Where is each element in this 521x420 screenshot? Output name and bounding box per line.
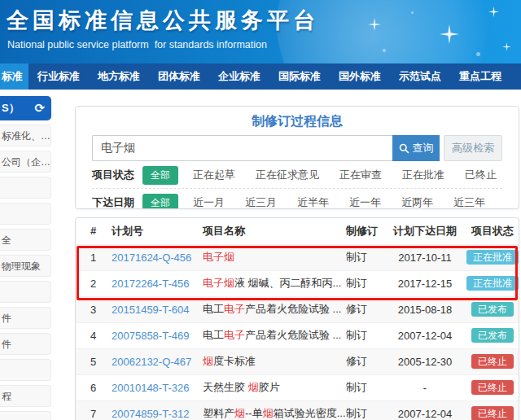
filter-option[interactable]: 正在起草 — [193, 168, 235, 182]
name-text: 箱试验光密度... — [274, 407, 346, 419]
table-row: 120171624-Q-456电子烟制订2017-10-11正在批准 — [76, 244, 519, 270]
row-index: 4 — [76, 322, 112, 348]
table-row: 220172264-T-456电子烟液 烟碱、丙二醇和丙...制订2017-12… — [76, 270, 519, 296]
nav-tab[interactable]: 企业标准 — [209, 63, 269, 90]
filter-section: 项目状态全部正在起草正在征求意见正在审查正在批准已终止下达日期全部近一月近三月近… — [76, 165, 519, 209]
column-header: 计划下达日期 — [385, 218, 465, 244]
plan-number-link[interactable]: 20151459-T-604 — [112, 304, 189, 316]
refresh-icon[interactable]: ⟳ — [34, 101, 45, 116]
site-header: 全国标准信息公共服务平台 National public service pla… — [0, 0, 521, 63]
row-index: 5 — [76, 348, 112, 374]
nav-tab[interactable]: 团体标准 — [149, 63, 209, 90]
dot-decoration — [383, 49, 386, 52]
nav-tab[interactable]: 行业标准 — [28, 63, 89, 90]
sidebar-item[interactable]: 物理现象 — [0, 255, 51, 277]
name-text: 胶片 — [259, 381, 280, 393]
results-table-panel: #计划号项目名称制修订计划下达日期项目状态 120171624-Q-456电子烟… — [75, 217, 519, 420]
sidebar-item[interactable] — [0, 177, 51, 199]
filter-option[interactable]: 近三月 — [245, 195, 277, 209]
row-index: 2 — [76, 270, 112, 296]
row-index: 3 — [76, 296, 112, 322]
name-text: 液 烟碱、丙二醇和丙... — [234, 277, 341, 289]
status-cell: 已终止 — [465, 400, 519, 420]
nav-tab[interactable]: 地方标准 — [89, 63, 149, 90]
revision-type-cell: 制订 — [346, 400, 385, 420]
project-name-cell: 电工电子产品着火危险试验 ... — [203, 296, 346, 322]
status-cell: 已终止 — [465, 348, 519, 374]
status-cell: 已发布 — [465, 296, 519, 322]
keyword-highlight: 烟 — [203, 355, 213, 367]
sidebar-header[interactable]: S） ⟳ — [0, 96, 51, 120]
table-body: 120171624-Q-456电子烟制订2017-10-11正在批准220172… — [76, 244, 519, 420]
filter-option[interactable]: 正在批准 — [402, 168, 444, 182]
advanced-search-button[interactable]: 高级检索 — [444, 135, 502, 161]
plan-number-link[interactable]: 20062132-Q-467 — [112, 356, 191, 368]
page: 全国标准信息公共服务平台 National public service pla… — [0, 0, 521, 420]
plan-number-link[interactable]: 20010148-T-326 — [112, 382, 189, 394]
nav-tab[interactable]: 示范试点 — [390, 63, 450, 90]
keyword-highlight: 烟 — [234, 407, 245, 419]
plan-number-cell: 20171624-Q-456 — [112, 244, 203, 270]
column-header: 项目状态 — [465, 218, 519, 244]
status-cell: 已发布 — [465, 322, 519, 348]
sidebar-item[interactable] — [0, 203, 51, 225]
sidebar-item[interactable]: 标准化、… — [0, 125, 51, 147]
status-badge: 已终止 — [471, 354, 514, 369]
plan-number-link[interactable]: 20171624-Q-456 — [112, 252, 191, 264]
revision-type-cell: 修订 — [346, 296, 385, 322]
plan-number-cell: 20172264-T-456 — [112, 270, 203, 296]
results-table: #计划号项目名称制修订计划下达日期项目状态 120171624-Q-456电子烟… — [76, 218, 519, 420]
sidebar-item[interactable] — [0, 359, 51, 381]
nav-tab[interactable]: 国际标准 — [269, 63, 330, 90]
nav-tab[interactable]: 标准 — [0, 63, 28, 90]
filter-row: 下达日期全部近一月近三月近半年近一年近两年近三年 — [92, 193, 502, 209]
filter-option[interactable]: 近半年 — [297, 195, 329, 209]
filter-selected-badge[interactable]: 全部 — [142, 194, 178, 210]
sidebar-item[interactable]: 全 — [0, 229, 51, 251]
search-button[interactable]: 查询 — [392, 135, 440, 161]
filter-option[interactable]: 已终止 — [465, 168, 497, 182]
sidebar-item[interactable] — [0, 411, 51, 420]
issue-date-cell: - — [385, 374, 465, 400]
keyword-highlight: 电子烟 — [203, 277, 234, 289]
status-cell: 正在批准 — [465, 244, 519, 270]
table-header-row: #计划号项目名称制修订计划下达日期项目状态 — [76, 218, 519, 244]
issue-date-cell: 2007-12-04 — [385, 322, 465, 348]
sidebar-item[interactable]: 件 — [0, 333, 51, 355]
filter-option[interactable]: 近两年 — [401, 195, 433, 209]
table-row: 420075858-T-469电工电子产品着火危险试验 ...制订2007-12… — [76, 322, 519, 348]
plan-number-link[interactable]: 20075858-T-469 — [112, 330, 189, 342]
revision-type-cell: 修订 — [346, 348, 385, 374]
site-title: 全国标准信息公共服务平台 — [7, 6, 319, 35]
sidebar-item[interactable] — [0, 281, 51, 303]
status-badge: 已发布 — [471, 302, 514, 317]
filter-divider — [92, 188, 502, 189]
keyword-highlight: 烟 — [248, 381, 259, 393]
search-input[interactable] — [92, 135, 392, 161]
filter-option[interactable]: 近一月 — [193, 195, 225, 209]
filter-option[interactable]: 近三年 — [453, 195, 485, 209]
filter-option[interactable]: 正在审查 — [339, 168, 382, 182]
filter-selected-badge[interactable]: 全部 — [142, 166, 178, 185]
dot-decoration — [411, 11, 414, 14]
filter-option[interactable]: 正在征求意见 — [256, 168, 319, 182]
row-index: 6 — [76, 374, 112, 400]
sidebar-item[interactable]: 公司（企… — [0, 151, 51, 173]
filter-option[interactable]: 近一年 — [349, 195, 381, 209]
project-name-cell: 烟度卡标准 — [203, 348, 346, 374]
sidebar-item[interactable]: 程 — [0, 385, 51, 407]
column-header: 项目名称 — [203, 218, 346, 244]
search-button-label: 查询 — [413, 141, 434, 155]
sidebar-item[interactable]: 件 — [0, 307, 51, 329]
main-content: 制修订过程信息 查询 高级检索 项目状态全部正在起草正在征求意见正在审查正在批准… — [75, 106, 519, 420]
nav-tab[interactable]: 重点工程 — [450, 63, 510, 90]
nav-tab[interactable]: 国外标准 — [330, 63, 390, 90]
status-badge: 已终止 — [471, 406, 514, 420]
plan-number-link[interactable]: 20074859-T-312 — [112, 408, 189, 420]
name-text: 产品着火危险试验 ... — [245, 329, 341, 341]
table-row: 620010148-T-326天然生胶 烟胶片制订-已终止 — [76, 374, 519, 400]
plan-number-link[interactable]: 20172264-T-456 — [112, 278, 189, 290]
issue-date-cell: 2017-12-15 — [385, 270, 465, 296]
keyword-highlight: 电子 — [224, 303, 245, 315]
column-header: 计划号 — [112, 218, 203, 244]
